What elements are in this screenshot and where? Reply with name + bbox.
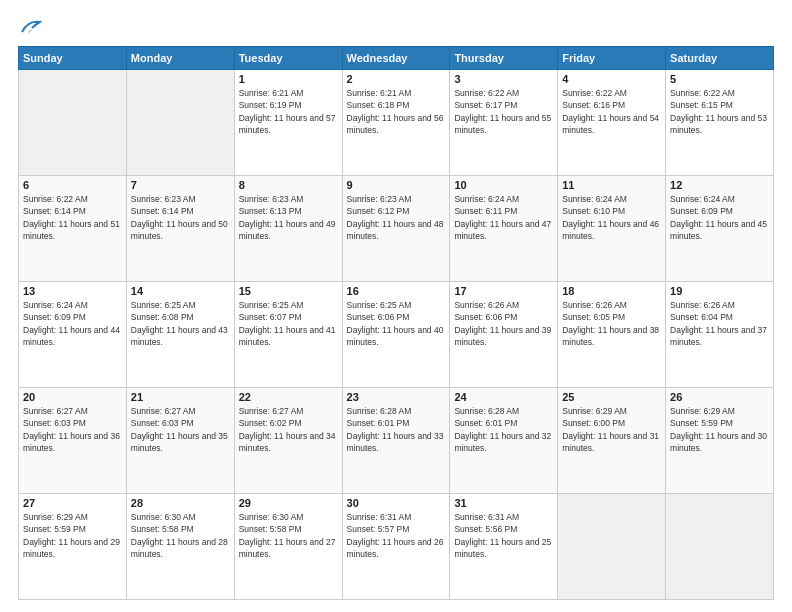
day-number: 8 <box>239 179 338 191</box>
day-info: Sunrise: 6:28 AMSunset: 6:01 PMDaylight:… <box>347 405 446 454</box>
day-info: Sunrise: 6:30 AMSunset: 5:58 PMDaylight:… <box>239 511 338 560</box>
day-number: 2 <box>347 73 446 85</box>
calendar-cell: 27Sunrise: 6:29 AMSunset: 5:59 PMDayligh… <box>19 494 127 600</box>
calendar-cell: 25Sunrise: 6:29 AMSunset: 6:00 PMDayligh… <box>558 388 666 494</box>
day-info: Sunrise: 6:29 AMSunset: 5:59 PMDaylight:… <box>23 511 122 560</box>
day-number: 6 <box>23 179 122 191</box>
calendar-cell: 14Sunrise: 6:25 AMSunset: 6:08 PMDayligh… <box>126 282 234 388</box>
calendar-cell: 30Sunrise: 6:31 AMSunset: 5:57 PMDayligh… <box>342 494 450 600</box>
calendar-cell <box>19 70 127 176</box>
calendar-cell <box>666 494 774 600</box>
header-row: SundayMondayTuesdayWednesdayThursdayFrid… <box>19 47 774 70</box>
day-info: Sunrise: 6:27 AMSunset: 6:02 PMDaylight:… <box>239 405 338 454</box>
page: SundayMondayTuesdayWednesdayThursdayFrid… <box>0 0 792 612</box>
day-info: Sunrise: 6:23 AMSunset: 6:12 PMDaylight:… <box>347 193 446 242</box>
calendar-cell: 23Sunrise: 6:28 AMSunset: 6:01 PMDayligh… <box>342 388 450 494</box>
calendar-cell: 12Sunrise: 6:24 AMSunset: 6:09 PMDayligh… <box>666 176 774 282</box>
logo-bird-icon <box>20 18 42 36</box>
day-info: Sunrise: 6:23 AMSunset: 6:14 PMDaylight:… <box>131 193 230 242</box>
day-info: Sunrise: 6:27 AMSunset: 6:03 PMDaylight:… <box>131 405 230 454</box>
calendar-cell: 13Sunrise: 6:24 AMSunset: 6:09 PMDayligh… <box>19 282 127 388</box>
day-number: 9 <box>347 179 446 191</box>
header <box>18 18 774 36</box>
day-number: 1 <box>239 73 338 85</box>
day-number: 18 <box>562 285 661 297</box>
calendar-cell: 16Sunrise: 6:25 AMSunset: 6:06 PMDayligh… <box>342 282 450 388</box>
day-number: 21 <box>131 391 230 403</box>
day-header-wednesday: Wednesday <box>342 47 450 70</box>
calendar-cell: 19Sunrise: 6:26 AMSunset: 6:04 PMDayligh… <box>666 282 774 388</box>
day-info: Sunrise: 6:21 AMSunset: 6:18 PMDaylight:… <box>347 87 446 136</box>
day-info: Sunrise: 6:24 AMSunset: 6:11 PMDaylight:… <box>454 193 553 242</box>
calendar-cell: 22Sunrise: 6:27 AMSunset: 6:02 PMDayligh… <box>234 388 342 494</box>
day-info: Sunrise: 6:22 AMSunset: 6:17 PMDaylight:… <box>454 87 553 136</box>
day-number: 22 <box>239 391 338 403</box>
week-row-2: 6Sunrise: 6:22 AMSunset: 6:14 PMDaylight… <box>19 176 774 282</box>
day-number: 25 <box>562 391 661 403</box>
day-header-sunday: Sunday <box>19 47 127 70</box>
day-header-saturday: Saturday <box>666 47 774 70</box>
day-info: Sunrise: 6:24 AMSunset: 6:10 PMDaylight:… <box>562 193 661 242</box>
day-number: 31 <box>454 497 553 509</box>
calendar-cell: 7Sunrise: 6:23 AMSunset: 6:14 PMDaylight… <box>126 176 234 282</box>
calendar-cell: 1Sunrise: 6:21 AMSunset: 6:19 PMDaylight… <box>234 70 342 176</box>
day-info: Sunrise: 6:25 AMSunset: 6:06 PMDaylight:… <box>347 299 446 348</box>
calendar-cell: 3Sunrise: 6:22 AMSunset: 6:17 PMDaylight… <box>450 70 558 176</box>
day-info: Sunrise: 6:25 AMSunset: 6:08 PMDaylight:… <box>131 299 230 348</box>
day-info: Sunrise: 6:22 AMSunset: 6:16 PMDaylight:… <box>562 87 661 136</box>
calendar-cell: 11Sunrise: 6:24 AMSunset: 6:10 PMDayligh… <box>558 176 666 282</box>
day-info: Sunrise: 6:26 AMSunset: 6:05 PMDaylight:… <box>562 299 661 348</box>
day-info: Sunrise: 6:22 AMSunset: 6:14 PMDaylight:… <box>23 193 122 242</box>
day-info: Sunrise: 6:26 AMSunset: 6:04 PMDaylight:… <box>670 299 769 348</box>
week-row-1: 1Sunrise: 6:21 AMSunset: 6:19 PMDaylight… <box>19 70 774 176</box>
day-info: Sunrise: 6:30 AMSunset: 5:58 PMDaylight:… <box>131 511 230 560</box>
calendar-cell: 6Sunrise: 6:22 AMSunset: 6:14 PMDaylight… <box>19 176 127 282</box>
day-number: 14 <box>131 285 230 297</box>
day-number: 26 <box>670 391 769 403</box>
day-number: 16 <box>347 285 446 297</box>
day-info: Sunrise: 6:22 AMSunset: 6:15 PMDaylight:… <box>670 87 769 136</box>
day-number: 15 <box>239 285 338 297</box>
day-number: 13 <box>23 285 122 297</box>
day-info: Sunrise: 6:21 AMSunset: 6:19 PMDaylight:… <box>239 87 338 136</box>
calendar-cell: 5Sunrise: 6:22 AMSunset: 6:15 PMDaylight… <box>666 70 774 176</box>
calendar-cell: 24Sunrise: 6:28 AMSunset: 6:01 PMDayligh… <box>450 388 558 494</box>
day-number: 3 <box>454 73 553 85</box>
day-number: 5 <box>670 73 769 85</box>
day-number: 27 <box>23 497 122 509</box>
day-number: 10 <box>454 179 553 191</box>
day-info: Sunrise: 6:29 AMSunset: 5:59 PMDaylight:… <box>670 405 769 454</box>
calendar-cell: 10Sunrise: 6:24 AMSunset: 6:11 PMDayligh… <box>450 176 558 282</box>
calendar-cell: 28Sunrise: 6:30 AMSunset: 5:58 PMDayligh… <box>126 494 234 600</box>
calendar-cell: 21Sunrise: 6:27 AMSunset: 6:03 PMDayligh… <box>126 388 234 494</box>
calendar-cell: 4Sunrise: 6:22 AMSunset: 6:16 PMDaylight… <box>558 70 666 176</box>
calendar-cell: 8Sunrise: 6:23 AMSunset: 6:13 PMDaylight… <box>234 176 342 282</box>
day-info: Sunrise: 6:29 AMSunset: 6:00 PMDaylight:… <box>562 405 661 454</box>
calendar-cell: 18Sunrise: 6:26 AMSunset: 6:05 PMDayligh… <box>558 282 666 388</box>
calendar-table: SundayMondayTuesdayWednesdayThursdayFrid… <box>18 46 774 600</box>
day-header-monday: Monday <box>126 47 234 70</box>
day-info: Sunrise: 6:28 AMSunset: 6:01 PMDaylight:… <box>454 405 553 454</box>
day-number: 20 <box>23 391 122 403</box>
day-number: 30 <box>347 497 446 509</box>
day-info: Sunrise: 6:26 AMSunset: 6:06 PMDaylight:… <box>454 299 553 348</box>
calendar-cell: 2Sunrise: 6:21 AMSunset: 6:18 PMDaylight… <box>342 70 450 176</box>
week-row-3: 13Sunrise: 6:24 AMSunset: 6:09 PMDayligh… <box>19 282 774 388</box>
day-info: Sunrise: 6:23 AMSunset: 6:13 PMDaylight:… <box>239 193 338 242</box>
logo <box>18 18 42 36</box>
calendar-cell: 9Sunrise: 6:23 AMSunset: 6:12 PMDaylight… <box>342 176 450 282</box>
day-info: Sunrise: 6:27 AMSunset: 6:03 PMDaylight:… <box>23 405 122 454</box>
day-number: 7 <box>131 179 230 191</box>
calendar-cell: 26Sunrise: 6:29 AMSunset: 5:59 PMDayligh… <box>666 388 774 494</box>
calendar-cell: 20Sunrise: 6:27 AMSunset: 6:03 PMDayligh… <box>19 388 127 494</box>
day-number: 11 <box>562 179 661 191</box>
calendar-cell: 29Sunrise: 6:30 AMSunset: 5:58 PMDayligh… <box>234 494 342 600</box>
calendar-cell: 31Sunrise: 6:31 AMSunset: 5:56 PMDayligh… <box>450 494 558 600</box>
calendar-cell: 17Sunrise: 6:26 AMSunset: 6:06 PMDayligh… <box>450 282 558 388</box>
day-number: 12 <box>670 179 769 191</box>
day-number: 28 <box>131 497 230 509</box>
day-number: 4 <box>562 73 661 85</box>
day-header-friday: Friday <box>558 47 666 70</box>
calendar-cell: 15Sunrise: 6:25 AMSunset: 6:07 PMDayligh… <box>234 282 342 388</box>
calendar-cell <box>558 494 666 600</box>
